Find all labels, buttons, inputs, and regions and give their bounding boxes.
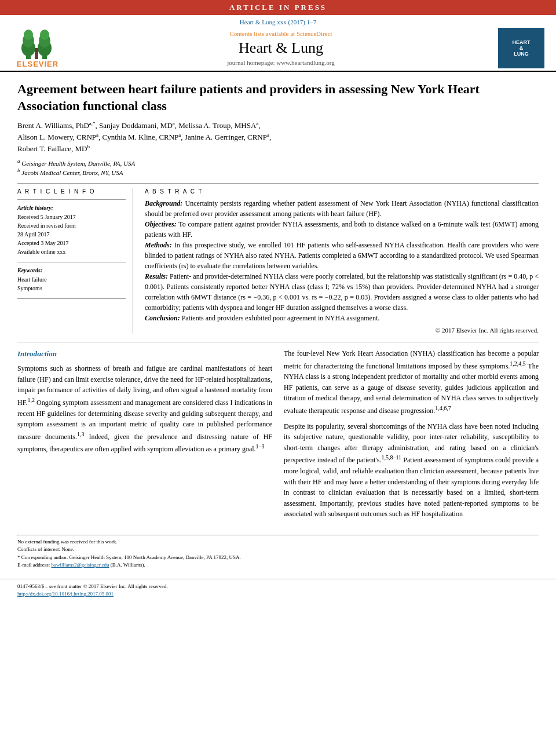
footer-conflicts: Conflicts of interest: None. [17, 546, 539, 554]
aip-banner: ARTICLE IN PRESS [0, 0, 556, 15]
journal-header-inner: ELSEVIER Contents lists available at Sci… [12, 28, 544, 68]
intro-para3: Despite its popularity, several shortcom… [284, 421, 539, 520]
abstract-text: Background: Uncertainty persists regardi… [145, 198, 539, 323]
journal-header: Heart & Lung xxx (2017) 1–7 ELSEVIER Con… [0, 15, 556, 72]
conclusion-text: Patients and providers exhibited poor ag… [182, 314, 380, 322]
footer-hr [17, 535, 539, 536]
conclusion-label: Conclusion: [145, 314, 180, 322]
affiliation-b: b Jacobi Medical Center, Bronx, NY, USA [17, 167, 539, 176]
heart-lung-logo-box: HEART&LUNG [498, 28, 544, 68]
keywords-content: Heart failure Symptoms [17, 275, 126, 293]
sciencedirect-info: Contents lists available at ScienceDirec… [64, 30, 498, 37]
info-abstract-row: A R T I C L E I N F O Article history: R… [17, 183, 539, 334]
footer: 0147-9563/$ – see front matter © 2017 El… [0, 579, 556, 598]
methods-label: Methods: [145, 241, 172, 249]
elsevier-wordmark: ELSEVIER [17, 60, 58, 68]
bottom-divider [17, 298, 126, 299]
history-content: Received 5 January 2017 Received in revi… [17, 213, 126, 256]
journal-center: Contents lists available at ScienceDirec… [64, 30, 498, 66]
info-divider [17, 199, 126, 200]
footer-no-funding: No external funding was received for thi… [17, 538, 539, 546]
journal-title: Heart & Lung [64, 39, 498, 57]
results-label: Results: [145, 272, 168, 280]
svg-point-3 [24, 30, 33, 40]
objectives-text: To compare patient against provider NYHA… [145, 220, 539, 239]
aip-banner-text: ARTICLE IN PRESS [229, 3, 327, 12]
severity-text: severity [146, 410, 168, 418]
footer-email[interactable]: bawilliams2@geisinger.edu [51, 562, 109, 568]
journal-citation: Heart & Lung xxx (2017) 1–7 [12, 19, 544, 25]
journal-homepage: journal homepage: www.heartandlung.org [64, 59, 498, 66]
background-label: Background: [145, 199, 182, 207]
introduction-heading: Introduction [17, 348, 272, 360]
svg-point-7 [40, 30, 49, 40]
elsevier-logo: ELSEVIER [12, 28, 64, 68]
background-text: Uncertainty persists regarding whether p… [145, 199, 539, 218]
body-right-col: The four-level New York Heart Associatio… [284, 348, 539, 524]
footer-corresponding: * Corresponding author. Geisinger Health… [17, 554, 539, 562]
results-text: Patient- and provider-determined NYHA cl… [145, 272, 539, 312]
elsevier-tree-icon [20, 28, 55, 60]
article-title: Agreement between heart failure patients… [17, 81, 539, 114]
main-content: Agreement between heart failure patients… [0, 72, 556, 530]
body-section: Introduction Symptoms such as shortness … [17, 342, 539, 524]
sciencedirect-prefix: Contents lists available at [229, 30, 296, 37]
keywords-section: Keywords: Heart failure Symptoms [17, 267, 126, 293]
footer-issn: 0147-9563/$ – see front matter © 2017 El… [17, 583, 539, 591]
article-info-label: A R T I C L E I N F O [17, 188, 126, 195]
footer-email-label: E-mail address: [17, 562, 50, 568]
intro-para1: Symptoms such as shortness of breath and… [17, 363, 272, 455]
footer-doi[interactable]: http://dx.doi.org/10.1016/j.hrtlng.2017.… [17, 590, 539, 598]
footer-email-suffix: (B.A. Williams). [111, 562, 145, 568]
footer-email-row: E-mail address: bawilliams2@geisinger.ed… [17, 561, 539, 569]
body-two-col: Introduction Symptoms such as shortness … [17, 348, 539, 524]
sciencedirect-link-text[interactable]: ScienceDirect [297, 30, 332, 37]
affiliation-a: a Geisinger Health System, Danville, PA,… [17, 158, 539, 167]
copyright: © 2017 Elsevier Inc. All rights reserved… [145, 327, 539, 334]
body-left-col: Introduction Symptoms such as shortness … [17, 348, 272, 524]
history-label: Article history: [17, 204, 126, 211]
footer-footnotes: No external funding was received for thi… [0, 530, 556, 572]
intro-para2: The four-level New York Heart Associatio… [284, 348, 539, 417]
objectives-label: Objectives: [145, 220, 177, 228]
methods-text: In this prospective study, we enrolled 1… [145, 241, 539, 270]
abstract-label: A B S T R A C T [145, 188, 539, 195]
keywords-divider [17, 262, 126, 262]
article-history: Article history: Received 5 January 2017… [17, 204, 126, 256]
authors: Brent A. Williams, PhDa,*, Sanjay Doddam… [17, 120, 539, 154]
abstract-col: A B S T R A C T Background: Uncertainty … [145, 188, 539, 334]
keywords-label: Keywords: [17, 267, 126, 273]
svg-rect-8 [35, 48, 38, 59]
article-info-col: A R T I C L E I N F O Article history: R… [17, 188, 133, 334]
